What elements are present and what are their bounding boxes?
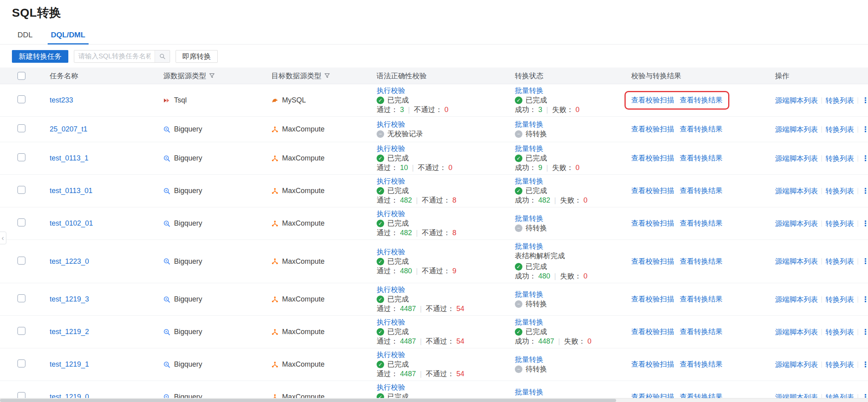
task-name-link[interactable]: test_0102_01 [50, 219, 93, 227]
convert-list-link[interactable]: 转换列表 [825, 220, 854, 228]
filter-icon[interactable] [209, 73, 215, 79]
batch-convert-link[interactable]: 批量转换 [515, 177, 543, 185]
source-scripts-link[interactable]: 源端脚本列表 [775, 361, 818, 369]
view-result-link[interactable]: 查看转换结果 [680, 96, 723, 104]
new-conversion-task-button[interactable]: 新建转换任务 [12, 50, 68, 63]
view-scan-link[interactable]: 查看校验扫描 [631, 219, 674, 228]
view-result-link[interactable]: 查看转换结果 [680, 295, 723, 303]
run-validation-link[interactable]: 执行校验 [377, 248, 405, 256]
batch-convert-link[interactable]: 批量转换 [515, 215, 543, 222]
row-checkbox[interactable] [17, 294, 25, 302]
run-validation-link[interactable]: 执行校验 [377, 120, 405, 128]
source-scripts-link[interactable]: 源端脚本列表 [775, 126, 818, 133]
batch-convert-link[interactable]: 批量转换 [515, 120, 543, 128]
batch-convert-link[interactable]: 批量转换 [515, 318, 543, 326]
convert-list-link[interactable]: 转换列表 [825, 328, 854, 336]
row-checkbox[interactable] [17, 124, 25, 132]
search-button[interactable] [155, 50, 170, 62]
batch-convert-link[interactable]: 批量转换 [515, 145, 543, 153]
row-checkbox[interactable] [17, 186, 25, 194]
convert-list-link[interactable]: 转换列表 [825, 257, 854, 265]
view-scan-link[interactable]: 查看校验扫描 [631, 295, 674, 303]
run-validation-link[interactable]: 执行校验 [377, 286, 405, 294]
task-name-link[interactable]: test_0113_1 [50, 154, 89, 162]
more-actions-icon[interactable]: ⋮ [862, 154, 868, 162]
tab-dql-dml[interactable]: DQL/DML [49, 27, 87, 44]
run-validation-link[interactable]: 执行校验 [377, 318, 405, 326]
more-actions-icon[interactable]: ⋮ [862, 360, 868, 369]
convert-list-link[interactable]: 转换列表 [825, 97, 854, 104]
maxcompute-icon [271, 296, 278, 303]
task-name-link[interactable]: test_0113_01 [50, 187, 93, 195]
convert-list-link[interactable]: 转换列表 [825, 155, 854, 162]
scrollbar-thumb[interactable] [0, 399, 616, 402]
adhoc-conversion-button[interactable]: 即席转换 [176, 50, 218, 63]
row-checkbox[interactable] [17, 153, 25, 161]
view-result-link[interactable]: 查看转换结果 [680, 257, 723, 266]
run-validation-link[interactable]: 执行校验 [377, 210, 405, 218]
batch-convert-link[interactable]: 批量转换 [515, 388, 543, 396]
view-scan-link[interactable]: 查看校验扫描 [631, 125, 674, 133]
task-name-link[interactable]: test233 [50, 96, 73, 104]
batch-convert-link[interactable]: 批量转换 [515, 356, 543, 363]
run-validation-link[interactable]: 执行校验 [377, 383, 405, 391]
source-scripts-link[interactable]: 源端脚本列表 [775, 220, 818, 228]
source-scripts-link[interactable]: 源端脚本列表 [775, 187, 818, 195]
convert-list-link[interactable]: 转换列表 [825, 126, 854, 133]
more-actions-icon[interactable]: ⋮ [862, 187, 868, 195]
view-result-link[interactable]: 查看转换结果 [680, 187, 723, 195]
more-actions-icon[interactable]: ⋮ [862, 328, 868, 336]
filter-icon[interactable] [324, 73, 330, 79]
task-name-link[interactable]: test_1219_1 [50, 360, 89, 368]
source-scripts-link[interactable]: 源端脚本列表 [775, 97, 818, 104]
more-actions-icon[interactable]: ⋮ [862, 219, 868, 228]
table-row: test_1219_2 Bigquery MaxCompute 执行校验 ✓已完… [0, 316, 868, 348]
results-links: 查看校验扫描 查看转换结果 [631, 328, 723, 336]
row-checkbox[interactable] [17, 218, 25, 226]
tab-ddl[interactable]: DDL [16, 27, 34, 44]
sidebar-collapse-button[interactable]: ‹ [0, 232, 6, 244]
view-result-link[interactable]: 查看转换结果 [680, 125, 723, 133]
select-all-checkbox[interactable] [17, 72, 25, 80]
view-scan-link[interactable]: 查看校验扫描 [631, 360, 674, 369]
run-validation-link[interactable]: 执行校验 [377, 177, 405, 185]
convert-list-link[interactable]: 转换列表 [825, 187, 854, 195]
view-result-link[interactable]: 查看转换结果 [680, 360, 723, 369]
view-result-link[interactable]: 查看转换结果 [680, 154, 723, 162]
row-checkbox[interactable] [17, 359, 25, 367]
row-checkbox[interactable] [17, 327, 25, 335]
row-checkbox[interactable] [17, 257, 25, 265]
source-type-label: Bigquery [174, 187, 202, 195]
task-name-link[interactable]: 25_0207_t1 [50, 125, 87, 133]
more-actions-icon[interactable]: ⋮ [862, 125, 868, 133]
validation-status-icon: − [377, 130, 384, 138]
more-actions-icon[interactable]: ⋮ [862, 257, 868, 265]
horizontal-scrollbar[interactable] [0, 398, 868, 402]
convert-list-link[interactable]: 转换列表 [825, 296, 854, 303]
batch-convert-link[interactable]: 批量转换 [515, 87, 543, 95]
view-scan-link[interactable]: 查看校验扫描 [631, 257, 674, 266]
source-scripts-link[interactable]: 源端脚本列表 [775, 296, 818, 303]
row-checkbox[interactable] [17, 95, 25, 103]
more-actions-icon[interactable]: ⋮ [862, 96, 868, 104]
run-validation-link[interactable]: 执行校验 [377, 87, 405, 95]
more-actions-icon[interactable]: ⋮ [862, 295, 868, 303]
view-scan-link[interactable]: 查看校验扫描 [631, 187, 674, 195]
convert-list-link[interactable]: 转换列表 [825, 361, 854, 369]
source-scripts-link[interactable]: 源端脚本列表 [775, 155, 818, 162]
view-scan-link[interactable]: 查看校验扫描 [631, 96, 674, 104]
task-name-link[interactable]: test_1219_2 [50, 328, 89, 336]
view-scan-link[interactable]: 查看校验扫描 [631, 328, 674, 336]
view-result-link[interactable]: 查看转换结果 [680, 328, 723, 336]
run-validation-link[interactable]: 执行校验 [377, 351, 405, 359]
batch-convert-link[interactable]: 批量转换 [515, 290, 543, 298]
batch-convert-link[interactable]: 批量转换 [515, 242, 543, 250]
view-scan-link[interactable]: 查看校验扫描 [631, 154, 674, 162]
run-validation-link[interactable]: 执行校验 [377, 145, 405, 153]
task-name-link[interactable]: test_1223_0 [50, 257, 89, 265]
source-scripts-link[interactable]: 源端脚本列表 [775, 328, 818, 336]
source-scripts-link[interactable]: 源端脚本列表 [775, 257, 818, 265]
task-search-input[interactable] [74, 50, 155, 62]
view-result-link[interactable]: 查看转换结果 [680, 219, 723, 228]
task-name-link[interactable]: test_1219_3 [50, 295, 89, 303]
